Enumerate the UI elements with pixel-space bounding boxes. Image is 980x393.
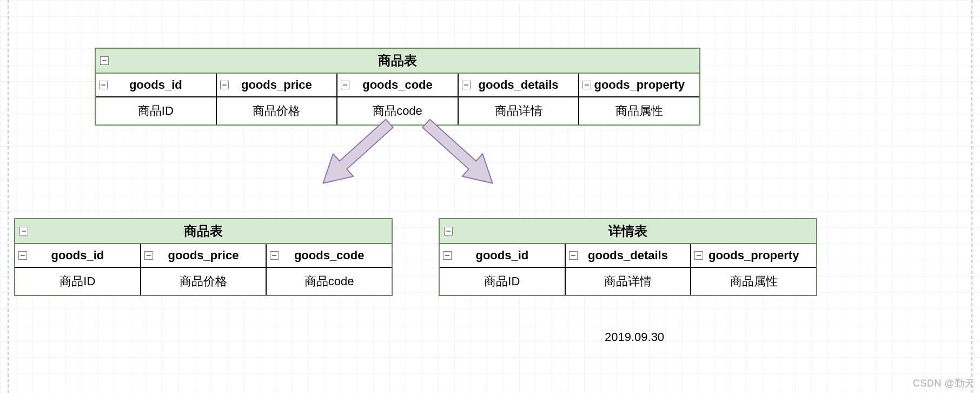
col-label: 商品ID (440, 268, 565, 295)
collapse-icon[interactable] (144, 251, 153, 260)
col-name: goods_price (241, 78, 312, 91)
col-name: goods_property (594, 78, 684, 91)
col-name: goods_details (479, 78, 559, 91)
table-top: 商品表 goods_id商品ID goods_price商品价格 goods_c… (95, 48, 700, 126)
col-label: 商品ID (15, 268, 140, 295)
col-label: 商品属性 (691, 268, 816, 295)
col-name: goods_code (294, 248, 365, 262)
col-name: goods_id (475, 248, 528, 262)
col-label: 商品ID (96, 97, 216, 125)
collapse-icon[interactable] (19, 227, 28, 235)
col-name: goods_price (168, 248, 239, 262)
collapse-icon[interactable] (270, 251, 279, 260)
table-left-title-row: 商品表 (15, 219, 392, 244)
date-label: 2019.09.30 (605, 330, 664, 344)
collapse-icon[interactable] (18, 251, 27, 260)
col-name: goods_id (129, 78, 182, 91)
col-name: goods_id (51, 248, 104, 262)
collapse-icon[interactable] (220, 81, 229, 89)
page-boundary-left (8, 0, 9, 393)
collapse-icon[interactable] (694, 251, 703, 260)
col-label: 商品属性 (579, 97, 699, 125)
collapse-icon[interactable] (444, 227, 453, 235)
col-label: 商品详情 (459, 97, 579, 125)
table-right-title-row: 详情表 (440, 219, 816, 244)
col-label: 商品价格 (141, 268, 266, 295)
table-left-header-row: goods_id商品ID goods_price商品价格 goods_code商… (15, 244, 392, 295)
collapse-icon[interactable] (569, 251, 578, 260)
col-name: goods_property (708, 248, 799, 262)
collapse-icon[interactable] (582, 81, 591, 89)
collapse-icon[interactable] (341, 81, 349, 89)
table-right-header-row: goods_id商品ID goods_details商品详情 goods_pro… (440, 244, 816, 295)
collapse-icon[interactable] (99, 81, 108, 89)
collapse-icon[interactable] (462, 81, 471, 89)
table-left-title: 商品表 (184, 224, 223, 238)
collapse-icon[interactable] (443, 251, 452, 260)
table-right: 详情表 goods_id商品ID goods_details商品详情 goods… (439, 218, 817, 296)
page-boundary-right (971, 0, 972, 393)
table-top-header-row: goods_id商品ID goods_price商品价格 goods_code商… (96, 74, 699, 125)
col-label: 商品价格 (217, 97, 337, 125)
col-label: 商品详情 (566, 268, 691, 295)
table-top-title-row: 商品表 (96, 49, 699, 74)
table-top-title: 商品表 (378, 53, 417, 68)
col-label: 商品code (267, 268, 392, 295)
table-right-title: 详情表 (608, 224, 647, 238)
watermark: CSDN @勤天 (913, 377, 975, 390)
col-name: goods_details (588, 248, 668, 262)
col-label: 商品code (337, 97, 458, 125)
col-name: goods_code (362, 78, 433, 91)
collapse-icon[interactable] (100, 56, 109, 65)
table-left: 商品表 goods_id商品ID goods_price商品价格 goods_c… (14, 218, 393, 296)
